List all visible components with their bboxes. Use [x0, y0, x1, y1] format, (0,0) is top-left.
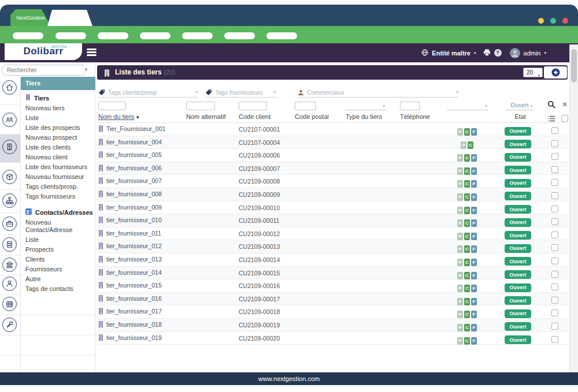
row-checkbox[interactable]: [551, 232, 558, 238]
filter-tags-fournisseurs[interactable]: Tags fournisseurs▾: [205, 88, 276, 98]
third-party-name-link[interactable]: tier_fournisseur_006: [106, 165, 162, 171]
third-party-name-link[interactable]: tier_fournisseur_015: [106, 282, 162, 289]
row-checkbox[interactable]: [551, 244, 558, 251]
row-checkbox[interactable]: [551, 283, 558, 290]
search-input[interactable]: [2, 65, 86, 76]
third-party-name-link[interactable]: tier_fournisseur_018: [106, 321, 162, 328]
filter-commerciaux[interactable]: Commerciaux▾: [298, 88, 458, 98]
column-header-nom[interactable]: Nom du tiers▼: [98, 113, 140, 120]
browser-tab-nextgestion[interactable]: NextGestion: [10, 9, 51, 26]
clear-filters-icon[interactable]: ✕: [562, 100, 568, 109]
sidebar-item[interactable]: Clients: [21, 255, 95, 264]
sidebar-item[interactable]: Liste: [21, 113, 95, 123]
sidebar-item[interactable]: Tags de contacts: [21, 284, 95, 294]
users-icon[interactable]: [2, 113, 17, 127]
sitemap-icon[interactable]: [2, 193, 17, 208]
row-checkbox[interactable]: [551, 206, 558, 212]
documents-icon[interactable]: [2, 237, 17, 252]
avatar[interactable]: [510, 48, 520, 58]
filter-input-code-client[interactable]: [239, 102, 267, 110]
third-party-name-link[interactable]: tier_fournisseur_014: [106, 269, 162, 276]
sidebar-item[interactable]: Fournisseurs: [21, 264, 95, 274]
tools-icon[interactable]: [2, 318, 17, 332]
printer-icon[interactable]: [483, 48, 491, 58]
minimize-dot[interactable]: [538, 18, 544, 24]
sidebar-item[interactable]: Prospects: [21, 245, 95, 255]
row-checkbox[interactable]: [551, 140, 558, 147]
home-icon[interactable]: [2, 80, 17, 95]
third-party-name-link[interactable]: tier_fournisseur_005: [106, 151, 162, 158]
third-party-name-link[interactable]: tier_fournisseur_004: [106, 139, 162, 145]
sidebar-item[interactable]: Nouveau fournisseur: [21, 172, 95, 182]
third-party-name-link[interactable]: tier_fournisseur_011: [106, 230, 161, 237]
third-party-name-link[interactable]: tier_fournisseur_010: [106, 216, 162, 223]
column-header-telephone[interactable]: Téléphone: [400, 113, 430, 120]
sidebar-item[interactable]: Liste des fournisseurs: [21, 162, 95, 172]
close-dot[interactable]: [562, 18, 568, 24]
menu-toggle-icon[interactable]: [87, 48, 97, 57]
row-checkbox[interactable]: [551, 127, 558, 134]
sidebar-item[interactable]: Liste des prospects: [21, 123, 95, 133]
help-icon[interactable]: ?: [494, 49, 502, 57]
third-party-name-link[interactable]: tier_fournisseur_016: [106, 295, 162, 302]
filter-input-nom-alternatif[interactable]: [186, 102, 215, 110]
dolibarr-logo[interactable]: Dolibarr ERP|CRM: [5, 43, 82, 60]
entity-selector[interactable]: Entité maître: [432, 50, 470, 57]
third-party-name-link[interactable]: tier_fournisseur_009: [106, 204, 162, 211]
third-party-name-link[interactable]: tier_fournisseur_008: [106, 191, 162, 197]
table-grid-icon[interactable]: [2, 297, 17, 311]
sidebar-item[interactable]: Liste des clients: [21, 143, 95, 152]
sidebar-item[interactable]: Tags clients/prosp.: [21, 182, 95, 192]
sidebar-item[interactable]: Nouveau client: [21, 152, 95, 162]
third-parties-icon[interactable]: [2, 140, 17, 154]
sidebar-item[interactable]: Autre: [21, 274, 95, 284]
column-header-etat[interactable]: État: [500, 113, 540, 120]
third-party-name-link[interactable]: tier_fournisseur_013: [106, 256, 162, 263]
bank-icon[interactable]: [2, 257, 17, 272]
sidebar-item[interactable]: Liste: [21, 235, 95, 245]
filter-input-nom[interactable]: [98, 102, 126, 110]
row-checkbox[interactable]: [551, 179, 558, 186]
add-third-party-button[interactable]: [544, 66, 567, 79]
third-party-name-link[interactable]: Tier_Fournisseur_001: [106, 125, 165, 132]
row-checkbox[interactable]: [551, 309, 558, 316]
menu-group-title-link[interactable]: Tiers: [21, 92, 95, 103]
row-checkbox[interactable]: [551, 153, 558, 160]
filter-tags-clients[interactable]: Tags clients/prosp▾: [98, 88, 198, 98]
chevron-down-icon[interactable]: ▾: [474, 51, 476, 55]
column-header-code-postal[interactable]: Code postal: [295, 113, 329, 120]
filter-select-type-badges[interactable]: ▾: [447, 102, 488, 110]
row-checkbox[interactable]: [551, 271, 558, 278]
row-checkbox[interactable]: [551, 166, 558, 173]
row-checkbox[interactable]: [551, 257, 558, 264]
row-checkbox[interactable]: [551, 218, 558, 225]
sidebar-item[interactable]: Nouveau prospect: [21, 133, 95, 143]
row-checkbox[interactable]: [551, 323, 558, 330]
row-checkbox[interactable]: [551, 192, 558, 199]
filter-select-etat[interactable]: Ouvert▾: [506, 102, 533, 110]
sidebar-item[interactable]: Nouveau tiers: [21, 103, 95, 113]
vertical-scrollbar[interactable]: [569, 44, 578, 372]
maximize-dot[interactable]: [550, 18, 556, 24]
column-header-nom-alternatif[interactable]: Nom alternatif: [186, 113, 225, 120]
member-icon[interactable]: [2, 277, 17, 291]
third-party-name-link[interactable]: tier_fournisseur_017: [106, 308, 162, 315]
third-party-name-link[interactable]: tier_fournisseur_007: [106, 177, 162, 184]
user-menu[interactable]: admin: [524, 50, 541, 57]
browser-tab-blank[interactable]: [47, 10, 92, 26]
row-checkbox[interactable]: [551, 297, 558, 304]
column-header-code-client[interactable]: Code client: [239, 113, 271, 120]
briefcase-icon[interactable]: [2, 216, 17, 231]
filter-input-code-postal[interactable]: [295, 102, 316, 110]
sidebar-item[interactable]: Nouveau Contact/Adresse: [21, 218, 95, 235]
scrollbar-thumb[interactable]: [571, 49, 577, 83]
menu-group-title-link[interactable]: Contacts/Adresses: [21, 207, 95, 218]
sidebar-item[interactable]: Tags fournisseurs: [21, 192, 95, 201]
filter-select-type[interactable]: ▾: [346, 102, 386, 110]
filter-input-telephone[interactable]: [400, 102, 420, 110]
page-size-select[interactable]: 20▾: [523, 68, 543, 77]
search-dropdown-caret-icon[interactable]: ▾: [85, 67, 87, 72]
column-header-type[interactable]: Type du tiers: [346, 113, 382, 120]
third-party-name-link[interactable]: tier_fournisseur_019: [106, 334, 162, 341]
chevron-down-icon[interactable]: ▾: [544, 51, 546, 55]
